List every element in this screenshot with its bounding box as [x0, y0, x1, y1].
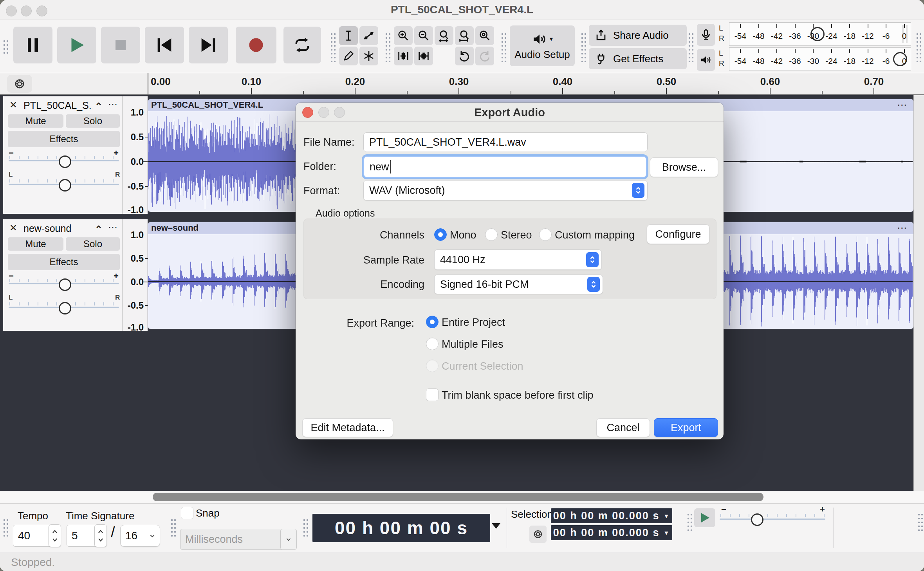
snap-unit-chevron-button[interactable] [280, 529, 297, 550]
collapse-track-icon[interactable]: ⌃ [95, 224, 103, 235]
sample-rate-select[interactable]: 44100 Hz [434, 249, 602, 270]
playback-meter[interactable]: -54-48-42-36-30-24-18-12-60 [729, 47, 911, 71]
time-format-dropdown-icon[interactable] [492, 523, 500, 529]
close-track-icon[interactable]: ✕ [9, 99, 17, 110]
silence-audio-button[interactable] [414, 47, 433, 65]
stereo-radio[interactable] [485, 228, 498, 241]
selection-end-display[interactable]: 00 h 00 m 00.000 s▼ [551, 525, 672, 540]
mono-radio[interactable] [434, 228, 447, 241]
track-1-name[interactable]: PTL_50CAL_S... [23, 100, 92, 111]
selection-start-display[interactable]: 00 h 00 m 00.000 s▼ [551, 508, 672, 523]
fit-selection-button[interactable] [435, 26, 453, 45]
track-2-vertical-scale[interactable]: 1.0 0.5 0.0 -0.5 -1.0 [123, 219, 148, 331]
fit-project-button[interactable] [455, 26, 474, 45]
gain-slider-knob[interactable] [59, 278, 71, 291]
play-at-speed-button[interactable] [694, 508, 715, 527]
solo-button[interactable]: Solo [66, 114, 120, 128]
skip-to-start-button[interactable] [145, 27, 184, 63]
trim-audio-button[interactable] [394, 47, 413, 65]
tools-toolbar-grip[interactable] [330, 32, 336, 62]
mute-button[interactable]: Mute [8, 114, 63, 128]
record-button[interactable] [236, 27, 276, 63]
zoom-toggle-button[interactable] [475, 26, 494, 45]
audio-setup-button[interactable]: ▾ Audio Setup [510, 25, 575, 66]
mono-label[interactable]: Mono [450, 229, 476, 241]
custom-mapping-radio[interactable] [539, 228, 552, 241]
effects-button[interactable]: Effects [8, 131, 120, 147]
stop-button[interactable] [101, 27, 140, 63]
effects-button[interactable]: Effects [8, 254, 120, 270]
encoding-stepper-icon[interactable] [587, 277, 600, 292]
track-1-vertical-scale[interactable]: 1.0 0.5 0.0 -0.5 -1.0 [123, 96, 148, 214]
stereo-label[interactable]: Stereo [501, 229, 532, 241]
solo-button[interactable]: Solo [66, 237, 120, 251]
clip-1-overflow-icon[interactable]: ⋯ [897, 99, 908, 111]
play-at-speed-grip[interactable] [686, 512, 693, 533]
share-toolbar-grip[interactable] [580, 32, 587, 62]
play-meter-speaker-icon[interactable] [697, 49, 715, 71]
timesig-stepper[interactable] [94, 524, 107, 547]
timesig-lower-select[interactable]: 16 [120, 525, 160, 547]
horizontal-scrollbar[interactable] [0, 491, 924, 504]
format-stepper-icon[interactable] [632, 183, 644, 198]
time-toolbar-grip[interactable] [2, 518, 9, 538]
mute-button[interactable]: Mute [8, 237, 63, 251]
play-button[interactable] [57, 27, 96, 63]
track-menu-icon[interactable]: ⋯ [108, 99, 118, 110]
cancel-button[interactable]: Cancel [596, 418, 650, 437]
custom-mapping-label[interactable]: Custom mapping [555, 229, 635, 241]
multiple-files-radio[interactable] [426, 338, 439, 350]
pan-slider-knob[interactable] [59, 302, 71, 314]
multiple-files-label[interactable]: Multiple Files [442, 338, 504, 351]
redo-button[interactable] [475, 47, 494, 65]
clip-2-overflow-icon[interactable]: ⋯ [897, 222, 908, 234]
vertical-scrollbar[interactable] [913, 95, 924, 491]
folder-input[interactable]: new [363, 156, 647, 178]
timesig-upper-input[interactable]: 5 [67, 525, 97, 547]
transport-toolbar-grip[interactable] [2, 39, 9, 54]
entire-project-label[interactable]: Entire Project [442, 316, 505, 329]
tempo-input[interactable]: 40 [13, 525, 51, 547]
selection-tool-button[interactable] [339, 26, 358, 45]
recording-meter[interactable]: -54-48-42-36-30-24-18-12-60 [729, 22, 911, 46]
skip-to-end-button[interactable] [189, 27, 228, 63]
export-button[interactable]: Export [654, 418, 718, 437]
entire-project-radio[interactable] [426, 316, 439, 328]
file-name-input[interactable]: PTL_50CAL_SHOT_VER4.L.wav [363, 132, 648, 152]
pan-slider-knob[interactable] [59, 179, 71, 192]
collapse-track-icon[interactable]: ⌃ [95, 101, 103, 112]
speed-slider-knob[interactable] [751, 513, 763, 526]
tempo-stepper[interactable] [49, 524, 61, 547]
configure-button[interactable]: Configure [647, 224, 709, 244]
trim-blank-space-label[interactable]: Trim blank space before first clip [442, 389, 594, 401]
share-audio-button[interactable]: Share Audio [589, 25, 687, 46]
draw-tool-button[interactable] [339, 47, 358, 65]
selection-options-button[interactable] [529, 526, 547, 543]
encoding-select[interactable]: Signed 16-bit PCM [434, 275, 603, 294]
track-2-name[interactable]: new-sound [23, 223, 92, 234]
record-meter-mic-icon[interactable] [697, 24, 715, 46]
get-effects-button[interactable]: Get Effects [589, 48, 687, 69]
pause-button[interactable] [13, 27, 52, 63]
format-select[interactable]: WAV (Microsoft) [363, 180, 648, 201]
snap-unit-select[interactable]: Milliseconds [180, 529, 283, 550]
edit-toolbar-grip[interactable] [384, 32, 391, 62]
loop-button[interactable] [283, 27, 321, 63]
browse-button[interactable]: Browse... [650, 157, 718, 177]
envelope-tool-button[interactable] [359, 26, 378, 45]
snap-checkbox[interactable] [181, 507, 193, 519]
zoom-out-button[interactable] [414, 26, 433, 45]
sample-rate-stepper-icon[interactable] [586, 252, 599, 267]
meter-toolbar-grip[interactable] [688, 32, 694, 62]
multi-tool-button[interactable] [359, 47, 378, 65]
gain-slider-knob[interactable] [59, 155, 71, 168]
edit-metadata-button[interactable]: Edit Metadata... [302, 418, 393, 437]
selection-start-dropdown-icon[interactable]: ▼ [663, 513, 670, 519]
meter-right-grip[interactable] [915, 32, 922, 62]
audio-setup-grip[interactable] [500, 32, 507, 62]
selection-end-dropdown-icon[interactable]: ▼ [663, 529, 670, 536]
timeline-ruler[interactable]: 0.000.100.200.300.400.500.600.70 [0, 73, 924, 95]
zoom-in-button[interactable] [394, 26, 413, 45]
track-menu-icon[interactable]: ⋯ [108, 222, 118, 233]
horizontal-scrollbar-thumb[interactable] [153, 493, 763, 501]
